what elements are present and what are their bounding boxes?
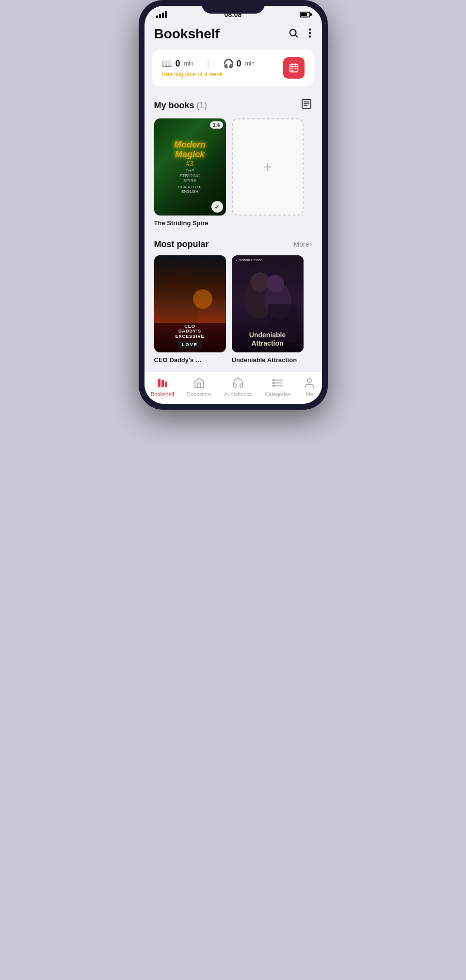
book-inner-title: ModernMagick [174, 140, 206, 160]
reading-stats-card: 📖 0 min | 🎧 0 min Reading time of a week [152, 50, 314, 86]
nav-me[interactable]: Me [300, 376, 319, 398]
nav-bookshelf[interactable]: Bookshelf [147, 376, 178, 398]
book-badge-1: 1% [210, 121, 223, 129]
book-icon: 📖 [162, 58, 173, 69]
bookshelf-nav-icon [157, 377, 168, 390]
book-cover-striding-spire: ModernMagick #3 THESTRIDINGSPIRE CHARLOT… [154, 118, 226, 216]
svg-rect-45 [161, 380, 164, 387]
bookstore-nav-icon [193, 377, 205, 390]
header: Bookshelf [145, 20, 322, 46]
book-cover-undeniable: UndeniableAttraction S. Mahum Hassan [232, 255, 304, 352]
nav-me-label: Me [306, 391, 313, 397]
nav-audiobooks[interactable]: Audiobooks [220, 376, 256, 398]
svg-point-3 [308, 32, 311, 34]
categories-nav-icon [272, 377, 284, 390]
most-popular-title: Most popular [154, 239, 209, 249]
reading-unit: min [184, 60, 193, 67]
most-popular-header: Most popular More › [154, 239, 312, 249]
book-inner-number: #3 [186, 160, 194, 167]
book-item-undeniable[interactable]: UndeniableAttraction S. Mahum Hassan Und… [232, 255, 304, 365]
svg-line-1 [295, 35, 297, 37]
reading-stat: 📖 0 min [162, 58, 193, 69]
battery-indicator [300, 12, 310, 17]
me-nav-icon [304, 377, 315, 390]
svg-point-2 [308, 28, 311, 31]
signal-indicator [156, 11, 167, 18]
headphone-icon: 🎧 [223, 58, 234, 69]
svg-point-4 [308, 35, 311, 38]
book-title-ceo: CEO Daddy's … [154, 356, 202, 365]
page-title: Bookshelf [154, 26, 220, 42]
bottom-navigation: Bookshelf Bookstore [145, 372, 322, 404]
svg-point-51 [273, 382, 274, 384]
preview-history-section: Preview history More › [145, 368, 322, 372]
book-inner-author: CHARLOTTEENGLISH [178, 185, 201, 194]
reading-week-label: Reading time of a week [162, 71, 283, 78]
stats-content: 📖 0 min | 🎧 0 min [162, 58, 283, 69]
book-item-ceo[interactable]: CEODADDY'SEXCESSIVE LOVE CEO Daddy's … [154, 255, 226, 365]
nav-categories-label: Categories [265, 391, 290, 397]
stats-divider: | [207, 59, 209, 69]
nav-bookstore-label: Bookstore [187, 391, 211, 397]
listening-unit: min [245, 60, 255, 67]
search-button[interactable] [287, 27, 300, 42]
book-item-striding-spire[interactable]: ModernMagick #3 THESTRIDINGSPIRE CHARLOT… [154, 118, 226, 228]
most-popular-section: Most popular More › [145, 232, 322, 368]
header-icons [287, 27, 312, 42]
phone-frame: 08:08 Bookshelf [139, 0, 328, 410]
main-scroll[interactable]: Bookshelf [145, 20, 322, 372]
undeniable-title-text: UndeniableAttraction [232, 331, 304, 348]
my-books-label: My books [154, 100, 194, 110]
svg-rect-5 [289, 65, 298, 72]
svg-point-24 [267, 275, 284, 292]
my-books-section: My books (1) [145, 90, 322, 232]
listening-stat: 🎧 0 min [223, 58, 255, 69]
phone-screen: 08:08 Bookshelf [145, 6, 322, 404]
svg-rect-18 [154, 255, 226, 323]
nav-audiobooks-label: Audiobooks [224, 391, 252, 397]
svg-point-53 [307, 379, 311, 382]
audiobooks-nav-icon [232, 377, 244, 390]
chevron-right-icon: › [310, 241, 312, 248]
nav-categories[interactable]: Categories [261, 376, 294, 398]
svg-point-52 [273, 385, 274, 387]
reading-minutes: 0 [176, 59, 180, 69]
my-books-header: My books (1) [154, 98, 312, 113]
add-book-button[interactable]: + [232, 118, 304, 216]
most-popular-more-button[interactable]: More › [294, 240, 312, 248]
notch [202, 0, 265, 14]
nav-bookstore[interactable]: Bookstore [183, 376, 215, 398]
book-title-striding-spire: The Striding Spire [154, 219, 209, 228]
svg-rect-44 [158, 379, 161, 387]
more-menu-button[interactable] [307, 27, 312, 42]
ceo-title-text: CEODADDY'SEXCESSIVE [154, 324, 226, 339]
book-inner-subtitle: THESTRIDINGSPIRE [179, 168, 200, 183]
svg-point-50 [273, 380, 274, 381]
book-title-undeniable: Undeniable Attraction [232, 356, 297, 365]
my-books-grid: ModernMagick #3 THESTRIDINGSPIRE CHARLOT… [154, 118, 312, 228]
book-cover-ceo: CEODADDY'SEXCESSIVE LOVE [154, 255, 226, 352]
calendar-button[interactable] [283, 57, 305, 79]
add-icon: + [263, 158, 272, 176]
svg-point-19 [193, 289, 212, 309]
undeniable-author: S. Mahum Hassan [235, 258, 263, 262]
my-books-title: My books (1) [154, 100, 207, 111]
my-books-count: (1) [196, 100, 207, 110]
list-view-button[interactable] [301, 98, 312, 113]
svg-rect-46 [165, 382, 167, 387]
most-popular-more-label: More [294, 240, 309, 248]
svg-point-22 [250, 272, 270, 292]
most-popular-grid: CEODADDY'SEXCESSIVE LOVE CEO Daddy's … [154, 255, 312, 365]
nav-bookshelf-label: Bookshelf [151, 391, 174, 397]
book-check-icon: ✓ [211, 201, 223, 213]
ceo-love-banner: LOVE [178, 341, 202, 349]
listening-minutes: 0 [237, 59, 241, 69]
